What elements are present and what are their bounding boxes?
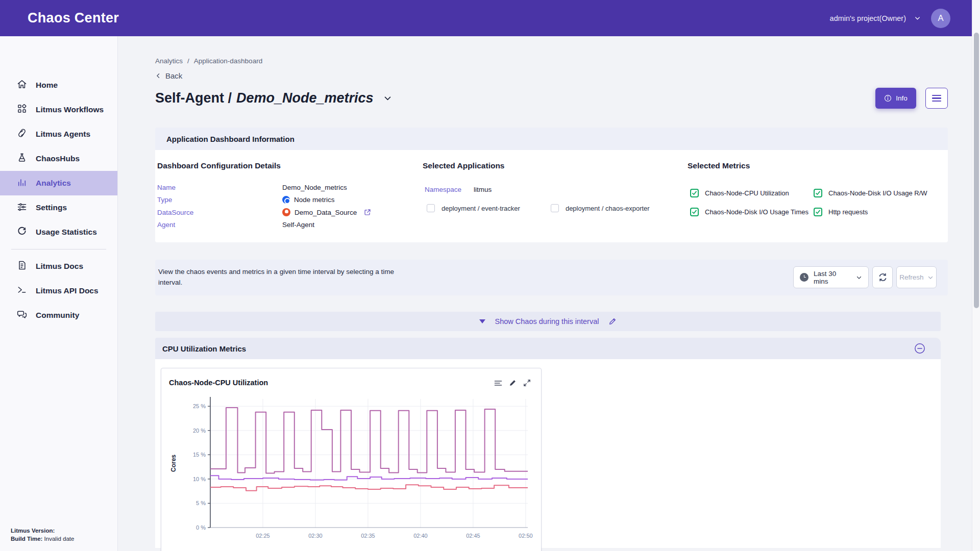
config-row-datasource: DataSource Demo_Data_Source: [157, 206, 371, 219]
metric-option: Chaos-Node-Disk I/O Usage Times: [690, 208, 808, 216]
breadcrumb-application-dashboard[interactable]: Application-dashboard: [194, 57, 262, 65]
dashboard-menu-button[interactable]: [925, 88, 948, 109]
config-value: Node metrics: [294, 196, 335, 204]
config-row-type: Type Node metrics: [157, 194, 371, 207]
sidebar-item-litmus-docs[interactable]: Litmus Docs: [0, 254, 117, 279]
back-button[interactable]: Back: [155, 71, 191, 80]
chart-expand-icon[interactable]: [523, 379, 531, 387]
node-metrics-icon: [282, 196, 290, 204]
prometheus-icon: [282, 208, 290, 216]
sidebar-item-label: Analytics: [36, 179, 71, 188]
svg-text:02:40: 02:40: [413, 533, 428, 539]
flask-icon: [17, 153, 27, 165]
sidebar-item-settings[interactable]: Settings: [0, 195, 117, 220]
svg-text:02:45: 02:45: [466, 533, 480, 539]
chart-title: Chaos-Node-CPU Utilization: [169, 379, 268, 387]
metric-option: Chaos-Node-CPU Utilization: [690, 189, 789, 197]
breadcrumb-analytics[interactable]: Analytics: [155, 57, 183, 65]
sidebar-item-litmus-agents[interactable]: Litmus Agents: [0, 122, 117, 146]
chevron-down-icon: [914, 15, 921, 21]
refresh-now-button[interactable]: [872, 266, 893, 288]
metric-option-label: Chaos-Node-Disk I/O Usage Times: [705, 208, 808, 216]
info-button-label: Info: [896, 94, 908, 102]
refresh-interval-label: Refresh: [899, 273, 923, 281]
time-interval-panel: View the chaos events and metrics in a g…: [155, 260, 948, 295]
avatar-initial: A: [938, 13, 943, 23]
external-link-icon[interactable]: [364, 209, 371, 216]
chart-series-cpu-utilization-low: [210, 485, 528, 490]
checkbox-event-tracker[interactable]: [427, 204, 435, 212]
svg-text:20 %: 20 %: [193, 428, 206, 434]
project-selector[interactable]: admin's project(Owner): [830, 14, 921, 22]
checkbox-chaos-exporter[interactable]: [551, 204, 559, 212]
chevron-left-icon: [155, 72, 162, 79]
sidebar-item-usage-statistics[interactable]: Usage Statistics: [0, 220, 117, 244]
dashboard-switcher-chevron-icon[interactable]: [383, 94, 392, 103]
pencil-icon[interactable]: [608, 317, 617, 325]
sidebar: Home Litmus Workflows Litmus Agents Chao…: [0, 36, 118, 551]
page-title: Self-Agent / Demo_Node_metrics: [155, 90, 392, 106]
dashboard-info-title: Application Dashboard Information: [166, 135, 295, 143]
sidebar-item-chaoshubs[interactable]: ChaosHubs: [0, 146, 117, 171]
avatar[interactable]: A: [931, 9, 950, 28]
sidebar-item-label: Litmus Docs: [36, 262, 83, 271]
config-row-name: Name Demo_Node_metrics: [157, 181, 371, 194]
metric-option-label: Chaos-Node-CPU Utilization: [705, 189, 789, 197]
checkbox-disk-io-times[interactable]: [690, 208, 699, 216]
svg-text:02:30: 02:30: [308, 533, 323, 539]
checkbox-disk-io-rw[interactable]: [814, 189, 822, 197]
chat-bubbles-icon: [17, 309, 27, 321]
time-range-select[interactable]: Last 30 mins: [793, 266, 869, 288]
applications-title: Selected Applications: [423, 161, 505, 170]
sidebar-item-label: ChaosHubs: [36, 154, 80, 163]
info-icon: [884, 94, 892, 102]
sidebar-item-litmus-api-docs[interactable]: Litmus API Docs: [0, 279, 117, 303]
svg-text:25 %: 25 %: [193, 403, 206, 409]
sidebar-item-litmus-workflows[interactable]: Litmus Workflows: [0, 97, 117, 122]
namespace-value: litmus: [474, 186, 492, 193]
litmus-version-label: Litmus Version:: [11, 528, 55, 534]
back-label: Back: [165, 71, 182, 80]
info-button[interactable]: Info: [875, 88, 916, 109]
metric-option-label: Chaos-Node-Disk I/O Usage R/W: [828, 189, 927, 197]
application-option: deployment / event-tracker: [427, 204, 520, 212]
cpu-chart-card: Chaos-Node-CPU Utilization 0 %5 %10 %15 …: [161, 368, 542, 551]
sidebar-item-community[interactable]: Community: [0, 303, 117, 328]
chart-edit-pencil-icon[interactable]: [509, 379, 517, 387]
checkbox-http-requests[interactable]: [814, 208, 822, 216]
collapse-section-icon[interactable]: [914, 343, 925, 354]
sidebar-item-label: Community: [36, 311, 79, 320]
cpu-section-title: CPU Utilization Metrics: [162, 344, 246, 353]
chart-series-cpu-utilization-high: [210, 408, 528, 473]
checkbox-cpu-utilization[interactable]: [690, 189, 699, 197]
show-chaos-toggle[interactable]: Show Chaos during this interval: [155, 312, 941, 331]
sidebar-item-home[interactable]: Home: [0, 73, 117, 97]
svg-text:0 %: 0 %: [196, 524, 206, 531]
svg-text:15 %: 15 %: [193, 452, 206, 458]
config-value: Demo_Node_metrics: [282, 184, 347, 191]
dashboard-info-panel: Application Dashboard Information Dashbo…: [155, 128, 948, 242]
show-chaos-label: Show Chaos during this interval: [495, 317, 599, 325]
page-title-agent: Self-Agent /: [155, 90, 232, 106]
selected-applications: Selected Applications: [423, 161, 505, 170]
configuration-title: Dashboard Configuration Details: [157, 161, 371, 170]
svg-text:5 %: 5 %: [196, 500, 206, 506]
svg-text:10 %: 10 %: [193, 476, 206, 482]
chart-legend-icon[interactable]: [494, 379, 502, 387]
time-interval-description: View the chaos events and metrics in a g…: [158, 266, 394, 288]
workflows-icon: [17, 104, 27, 116]
sidebar-item-label: Litmus API Docs: [36, 286, 99, 295]
refresh-interval-select[interactable]: Refresh: [896, 266, 937, 288]
build-time-label: Build Time:: [11, 536, 42, 542]
application-option-label: deployment / event-tracker: [442, 205, 520, 212]
terminal-icon: [17, 285, 27, 297]
config-label: DataSource: [157, 209, 282, 216]
home-icon: [17, 79, 27, 91]
sidebar-item-analytics[interactable]: Analytics: [0, 171, 117, 195]
config-value: Demo_Data_Source: [295, 209, 357, 216]
sidebar-item-label: Settings: [36, 203, 67, 212]
scrollbar-thumb[interactable]: [974, 33, 979, 308]
config-label: Name: [157, 184, 282, 191]
chevron-down-icon: [856, 274, 862, 281]
clock-icon: [800, 273, 808, 282]
